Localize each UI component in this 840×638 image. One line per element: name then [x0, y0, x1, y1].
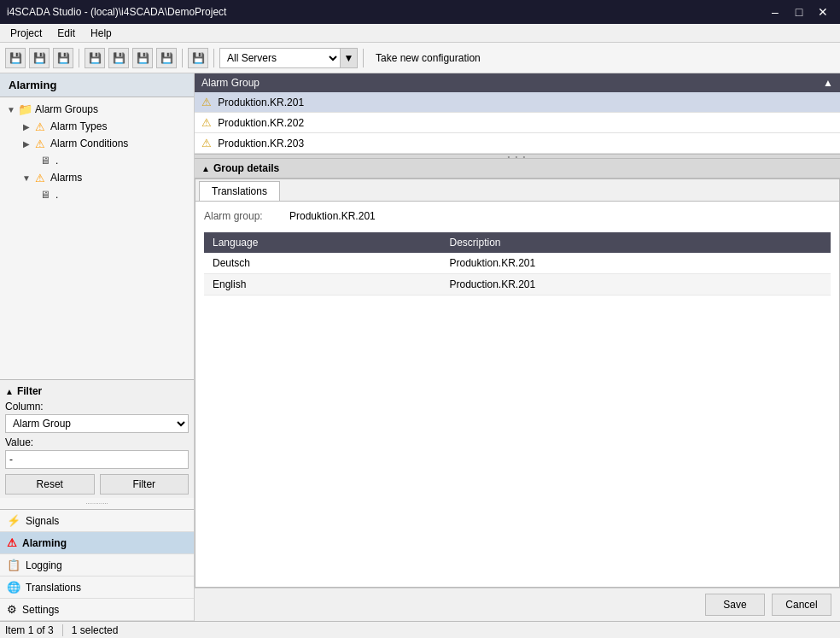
- tree-item-dot-2[interactable]: 🖥 .: [0, 186, 194, 203]
- toolbar: 💾 💾 💾 💾 💾 💾 💾 💾 All Servers ▼ Take new c…: [0, 43, 840, 73]
- alarming-icon: ⚠: [7, 536, 17, 549]
- nav-tab-signals-label: Signals: [26, 515, 59, 527]
- translations-row-2[interactable]: English Production.KR.201: [204, 274, 831, 296]
- table-row[interactable]: ⚠ Produktion.KR.202: [195, 113, 840, 133]
- tree-area: ▼ 📁 Alarm Groups ▶ ⚠ Alarm Types ▶ ⚠ Ala…: [0, 97, 194, 379]
- table-row[interactable]: ⚠ Produktion.KR.201: [195, 92, 840, 113]
- tree-item-alarm-conditions[interactable]: ▶ ⚠ Alarm Conditions: [0, 135, 194, 152]
- tree-label-dot-1: .: [55, 155, 58, 167]
- tree-label-alarm-groups: Alarm Groups: [35, 103, 98, 115]
- group-details: ▲ Group details Translations Alarm group…: [195, 159, 840, 588]
- toolbar-btn-1[interactable]: 💾: [5, 48, 26, 68]
- row-warn-icon-2: ⚠: [201, 116, 212, 129]
- toolbar-separator-1: [79, 49, 79, 67]
- warn-icon-types: ⚠: [32, 120, 48, 133]
- tree-item-alarm-types[interactable]: ▶ ⚠ Alarm Types: [0, 118, 194, 135]
- toolbar-btn-7[interactable]: 💾: [156, 48, 177, 68]
- nav-tabs: ⚡ Signals ⚠ Alarming 📋 Logging 🌐 Transla…: [0, 509, 194, 621]
- menu-edit[interactable]: Edit: [50, 26, 82, 41]
- filter-value-field: Value:: [5, 436, 189, 469]
- nav-tab-alarming[interactable]: ⚠ Alarming: [0, 532, 194, 554]
- toolbar-separator-4: [363, 49, 364, 67]
- toolbar-btn-8[interactable]: 💾: [188, 48, 208, 68]
- table-cell: ⚠ Produktion.KR.202: [195, 113, 840, 133]
- server-select[interactable]: All Servers: [220, 49, 340, 67]
- sidebar-header: Alarming: [0, 73, 194, 97]
- nav-tab-logging[interactable]: 📋 Logging: [0, 554, 194, 577]
- filter-value-label: Value:: [5, 436, 189, 448]
- maximize-button[interactable]: □: [789, 3, 809, 20]
- minimize-button[interactable]: –: [765, 3, 785, 20]
- content-area: Alarm Group ▲ ⚠ Produktion.KR.201 ⚠ Prod…: [195, 73, 840, 621]
- alarm-table-header: Alarm Group ▲: [195, 73, 840, 92]
- server-dropdown[interactable]: All Servers ▼: [219, 48, 358, 68]
- translations-icon: 🌐: [7, 581, 20, 594]
- warn-icon-alarms: ⚠: [32, 171, 48, 184]
- alarm-group-label: Alarm group:: [204, 210, 289, 222]
- tree-label-dot-2: .: [55, 189, 58, 201]
- tree-expand-alarm-conditions[interactable]: ▶: [20, 138, 32, 149]
- toolbar-action-label: Take new configuration: [369, 52, 487, 64]
- filter-apply-button[interactable]: Filter: [100, 474, 190, 495]
- table-cell: ⚠ Produktion.KR.203: [195, 133, 840, 154]
- menu-project[interactable]: Project: [3, 26, 49, 41]
- window-title: i4SCADA Studio - (local)\i4SCADA\DemoPro…: [7, 6, 226, 18]
- filter-section: ▲ Filter Column: Alarm Group Description…: [0, 379, 194, 498]
- translations-cell-desc-1: Produktion.KR.201: [440, 253, 831, 274]
- menubar: Project Edit Help: [0, 24, 840, 43]
- sidebar: Alarming ▼ 📁 Alarm Groups ▶ ⚠ Alarm Type…: [0, 73, 195, 621]
- nav-tab-alarming-label: Alarming: [22, 537, 67, 549]
- statusbar: Item 1 of 3 1 selected: [0, 621, 840, 638]
- nav-tab-settings[interactable]: ⚙ Settings: [0, 599, 194, 621]
- table-row[interactable]: ⚠ Produktion.KR.203: [195, 133, 840, 154]
- toolbar-separator-2: [182, 49, 183, 67]
- titlebar: i4SCADA Studio - (local)\i4SCADA\DemoPro…: [0, 0, 840, 24]
- table-cell: ⚠ Produktion.KR.201: [195, 92, 840, 113]
- tree-expand-alarm-types[interactable]: ▶: [20, 120, 32, 132]
- tree-item-alarms[interactable]: ▼ ⚠ Alarms: [0, 169, 194, 186]
- translations-row-1[interactable]: Deutsch Produktion.KR.201: [204, 253, 831, 274]
- alarm-row-3-label: Produktion.KR.203: [218, 138, 304, 149]
- menu-help[interactable]: Help: [84, 26, 119, 41]
- translations-panel: Translations Alarm group: Produktion.KR.…: [195, 179, 840, 588]
- cancel-button[interactable]: Cancel: [772, 594, 831, 616]
- save-button[interactable]: Save: [705, 594, 765, 616]
- close-button[interactable]: ✕: [813, 3, 833, 20]
- row-warn-icon-3: ⚠: [201, 137, 212, 149]
- main-layout: Alarming ▼ 📁 Alarm Groups ▶ ⚠ Alarm Type…: [0, 73, 840, 621]
- server-dropdown-arrow[interactable]: ▼: [340, 49, 357, 67]
- filter-reset-button[interactable]: Reset: [5, 474, 95, 495]
- folder-icon: 📁: [17, 102, 32, 116]
- tree-item-alarm-groups[interactable]: ▼ 📁 Alarm Groups: [0, 101, 194, 118]
- toolbar-btn-4[interactable]: 💾: [85, 48, 105, 68]
- window-controls: – □ ✕: [765, 3, 833, 20]
- nav-tab-signals[interactable]: ⚡ Signals: [0, 510, 194, 532]
- nav-tab-translations-label: Translations: [26, 582, 81, 594]
- toolbar-btn-5[interactable]: 💾: [108, 48, 129, 68]
- tree-expand-alarm-groups[interactable]: ▼: [5, 103, 17, 115]
- nav-tab-translations[interactable]: 🌐 Translations: [0, 577, 194, 599]
- filter-header[interactable]: ▲ Filter: [5, 383, 189, 401]
- translations-cell-lang-1: Deutsch: [204, 253, 440, 274]
- tree-label-alarm-types: Alarm Types: [50, 120, 107, 132]
- alarm-row-2-label: Produktion.KR.202: [218, 117, 304, 129]
- filter-buttons: Reset Filter: [5, 474, 189, 495]
- tree-item-dot-1[interactable]: 🖥 .: [0, 152, 194, 169]
- translations-table: Language Description Deutsch Produktion.…: [204, 232, 831, 296]
- alarm-table-section: Alarm Group ▲ ⚠ Produktion.KR.201 ⚠ Prod…: [195, 73, 840, 154]
- bottom-bar: Save Cancel: [195, 588, 840, 621]
- alarm-group-row: Alarm group: Produktion.KR.201: [204, 210, 831, 222]
- nav-tab-logging-label: Logging: [26, 559, 62, 571]
- status-selected-count: 1 selected: [72, 624, 119, 636]
- tree-expand-alarms[interactable]: ▼: [20, 172, 32, 184]
- group-details-header: ▲ Group details: [195, 159, 840, 179]
- toolbar-btn-2[interactable]: 💾: [29, 48, 50, 68]
- toolbar-btn-6[interactable]: 💾: [132, 48, 153, 68]
- alarm-table-title: Alarm Group: [201, 77, 260, 89]
- filter-column-select[interactable]: Alarm Group Description ID: [5, 414, 189, 433]
- tab-translations[interactable]: Translations: [199, 181, 280, 201]
- filter-value-input[interactable]: [5, 450, 189, 469]
- alarm-row-1-label: Produktion.KR.201: [218, 97, 304, 108]
- toolbar-btn-3[interactable]: 💾: [53, 48, 73, 68]
- translations-col-language: Language: [204, 232, 440, 253]
